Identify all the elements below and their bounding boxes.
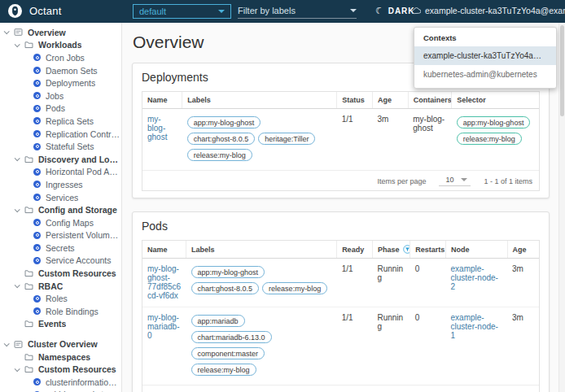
data-grid: NameLabelsStatusAgeContainersSelector my…: [142, 91, 540, 191]
sidebar-item-replication-controllers[interactable]: Replication Controllers: [0, 128, 121, 141]
resource-icon: [33, 232, 41, 239]
cell-value: 3m: [377, 115, 388, 124]
resource-icon: [33, 194, 41, 201]
resource-link[interactable]: my-blog-ghost: [147, 115, 167, 142]
resource-icon: [33, 244, 41, 251]
label-chip[interactable]: chart:mariadb-6.13.0: [191, 331, 272, 343]
label-chip[interactable]: chart:ghost-8.0.5: [191, 282, 260, 294]
sidebar-item-ingresses[interactable]: Ingresses: [0, 178, 121, 191]
sidebar-item-secrets[interactable]: Secrets: [0, 242, 121, 255]
page-size-select[interactable]: 10: [439, 176, 471, 186]
context-option[interactable]: kubernetes-admin@kubernetes: [414, 65, 556, 84]
label-chip[interactable]: release:my-blog: [191, 364, 256, 376]
sidebar-item-deployments[interactable]: Deployments: [0, 76, 121, 89]
filter-icon[interactable]: [403, 245, 410, 254]
sidebar-item-replica-sets[interactable]: Replica Sets: [0, 115, 121, 128]
sidebar-item-clusterinformations-crd-projec[interactable]: clusterinformations.crd.projec: [0, 376, 121, 389]
sidebar-item-label: Custom Resources: [38, 364, 116, 374]
sidebar-item-label: Config Maps: [46, 218, 94, 228]
chevron-down-icon: [461, 178, 467, 181]
resource-icon: [33, 117, 41, 124]
sidebar-item-pods[interactable]: Pods: [0, 102, 121, 115]
label-chip[interactable]: app:my-blog-ghost: [191, 266, 265, 278]
sidebar-item-roles[interactable]: Roles: [0, 292, 121, 305]
sidebar-item-jobs[interactable]: Jobs: [0, 89, 121, 102]
sidebar-item-label: Overview: [28, 28, 66, 37]
vertical-scrollbar[interactable]: [558, 23, 565, 392]
sidebar-item-service-accounts[interactable]: Service Accounts: [0, 255, 121, 268]
sidebar-item-label: Ingresses: [46, 180, 83, 189]
theme-toggle[interactable]: ☾ DARK: [375, 6, 414, 16]
label-chip[interactable]: app:mariadb: [191, 315, 245, 327]
scrollbar-thumb[interactable]: [560, 25, 564, 116]
label-chip[interactable]: component:master: [191, 347, 265, 359]
context-option[interactable]: example-cluster-ka3TuTzYo4a@example-clu.…: [414, 46, 556, 65]
sidebar-item-namespaces[interactable]: Namespaces: [0, 351, 121, 364]
namespace-select[interactable]: default: [133, 4, 231, 19]
chevron-down-icon: [350, 9, 357, 12]
sidebar-item-config-maps[interactable]: Config Maps: [0, 216, 121, 229]
brand: Octant: [8, 4, 62, 18]
sidebar-item-overview[interactable]: Overview: [0, 26, 121, 39]
sidebar-item-config-and-storage[interactable]: Config and Storage: [0, 203, 121, 216]
cell-value: 1/1: [342, 313, 353, 322]
sidebar-item-cluster-overview[interactable]: Cluster Overview: [0, 338, 121, 351]
chevron-down-icon: [15, 366, 20, 372]
sidebar-item-label: Deployments: [46, 78, 95, 88]
cloud-icon: [412, 7, 421, 15]
table-row: my-blog-ghost-77df85c6cd-vf6dxapp:my-blo…: [142, 259, 539, 307]
sidebar-item-csidrivers-csi-storage-k8s-io[interactable]: csidrivers.csi.storage.k8s.io: [0, 389, 121, 392]
sidebar-item-rbac[interactable]: RBAC: [0, 280, 121, 293]
namespace-selected-value: default: [139, 7, 166, 16]
chevron-down-icon: [15, 207, 20, 212]
app-title: Octant: [29, 5, 62, 17]
resource-icon: [33, 130, 41, 137]
theme-toggle-label: DARK: [388, 7, 415, 15]
card-title: Pods: [142, 220, 540, 233]
sidebar-item-daemon-sets[interactable]: Daemon Sets: [0, 64, 121, 77]
sidebar-item-events[interactable]: Events: [0, 318, 121, 331]
resource-link[interactable]: my-blog-ghost-77df85c6cd-vf6dx: [147, 264, 181, 300]
data-grid: NameLabelsReadyPhaseRestartsNodeAge my-b…: [142, 240, 540, 392]
items-per-page-label: Items per page: [377, 177, 426, 185]
table-row: my-blog-ghostapp:my-blog-ghostchart:ghos…: [142, 109, 539, 171]
sidebar-item-label: Custom Resources: [38, 268, 116, 278]
cell-value: Running: [377, 313, 403, 331]
label-chip[interactable]: app:my-blog-ghost: [187, 116, 261, 128]
top-header-bar: Octant default ☾ DARK example-cluster-ka…: [0, 0, 565, 23]
chevron-down-icon: [4, 341, 10, 346]
contexts-dropdown: Contexts example-cluster-ka3TuTzYo4a@exa…: [414, 27, 557, 89]
folder-icon: [24, 320, 33, 328]
sidebar-item-label: Config and Storage: [38, 205, 117, 215]
sidebar-item-label: Replication Controllers: [46, 129, 121, 139]
octant-logo-icon: [8, 4, 22, 18]
resource-icon: [33, 54, 41, 61]
sidebar-item-cron-jobs[interactable]: Cron Jobs: [0, 51, 121, 64]
sidebar-item-label: Jobs: [46, 91, 64, 101]
sidebar-item-horizontal-pod-autoscalers[interactable]: Horizontal Pod Autoscalers: [0, 166, 121, 179]
label-chip[interactable]: chart:ghost-8.0.5: [187, 133, 256, 145]
column-header-node: Node: [446, 241, 507, 259]
label-chip[interactable]: release:my-blog: [187, 149, 252, 161]
label-chip[interactable]: release:my-blog: [262, 282, 327, 294]
chevron-down-icon: [218, 10, 225, 13]
sidebar-item-label: Pods: [46, 103, 65, 113]
resource-link[interactable]: example-cluster-node-2: [451, 264, 498, 291]
sidebar-item-workloads[interactable]: Workloads: [0, 39, 121, 52]
cell-value: Running: [377, 264, 403, 282]
sidebar-item-services[interactable]: Services: [0, 191, 121, 204]
label-filter-input[interactable]: [238, 6, 334, 15]
sidebar-item-custom-resources[interactable]: Custom Resources: [0, 267, 121, 280]
sidebar-item-label: Secrets: [46, 243, 75, 253]
sidebar-item-label: RBAC: [38, 281, 63, 291]
label-chip[interactable]: heritage:Tiller: [258, 133, 315, 145]
resource-icon: [33, 307, 41, 315]
sidebar-item-role-bindings[interactable]: Role Bindings: [0, 305, 121, 318]
resource-link[interactable]: example-cluster-node-1: [451, 313, 498, 340]
resource-link[interactable]: my-blog-mariadb-0: [147, 313, 179, 340]
context-selector-button[interactable]: example-cluster-ka3TuTzYo4a@example-clus…: [412, 6, 565, 15]
sidebar-item-custom-resources[interactable]: Custom Resources: [0, 363, 121, 376]
sidebar-item-discovery-and-load-balancing[interactable]: Discovery and Load Balancing: [0, 153, 121, 166]
sidebar-item-stateful-sets[interactable]: Stateful Sets: [0, 140, 121, 153]
sidebar-item-persistent-volume-claims[interactable]: Persistent Volume Claims: [0, 229, 121, 242]
